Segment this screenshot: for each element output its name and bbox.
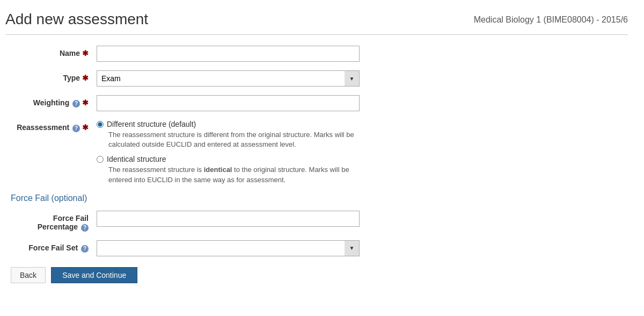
force-fail-set-row: Force Fail Set ?: [11, 240, 628, 256]
name-row: Name ✱: [11, 46, 628, 62]
force-fail-set-select[interactable]: [97, 240, 360, 256]
type-select-wrapper: Exam Coursework Practical: [97, 70, 360, 87]
reassessment-radio-group: Different structure (default) The reasse…: [97, 120, 366, 185]
type-required-star: ✱: [82, 74, 89, 82]
force-fail-set-select-wrapper: [97, 240, 360, 256]
force-fail-percentage-input[interactable]: [97, 211, 360, 227]
reassessment-different-label[interactable]: Different structure (default): [97, 120, 366, 128]
reassessment-identical-label[interactable]: Identical structure: [97, 155, 366, 163]
force-fail-set-help-icon[interactable]: ?: [81, 245, 89, 253]
name-input[interactable]: [97, 46, 360, 62]
page-header: Add new assessment Medical Biology 1 (BI…: [5, 11, 628, 35]
reassessment-identical-description: The reassessment structure is identical …: [108, 165, 366, 184]
reassessment-help-icon[interactable]: ?: [72, 125, 80, 132]
name-required-star: ✱: [82, 49, 89, 58]
force-fail-percentage-row: Force Fail Percentage ?: [11, 211, 628, 232]
type-row: Type ✱ Exam Coursework Practical: [11, 70, 628, 87]
force-fail-section: Force Fail (optional) Force Fail Percent…: [11, 193, 628, 256]
page-title: Add new assessment: [5, 11, 148, 28]
reassessment-option-identical: Identical structure The reassessment str…: [97, 155, 366, 184]
footer-buttons: Back Save and Continue: [11, 267, 628, 283]
form-section: Name ✱ Type ✱ Exam Coursework Practical: [11, 46, 628, 185]
name-label: Name ✱: [11, 46, 97, 58]
reassessment-label: Reassessment ? ✱: [11, 120, 97, 132]
type-select[interactable]: Exam Coursework Practical: [97, 70, 360, 87]
reassessment-required-star: ✱: [82, 123, 89, 132]
reassessment-row: Reassessment ? ✱ Different structure (de…: [11, 120, 628, 185]
reassessment-different-description: The reassessment structure is different …: [108, 130, 366, 149]
weighting-help-icon[interactable]: ?: [72, 100, 80, 107]
weighting-label: Weighting ? ✱: [11, 95, 97, 107]
weighting-row: Weighting ? ✱: [11, 95, 628, 111]
page-container: Add new assessment Medical Biology 1 (BI…: [0, 0, 644, 294]
force-fail-set-label: Force Fail Set ?: [11, 240, 97, 253]
reassessment-option-different: Different structure (default) The reasse…: [97, 120, 366, 149]
reassessment-different-radio[interactable]: [97, 121, 104, 128]
course-title: Medical Biology 1 (BIME08004) - 2015/6: [474, 11, 628, 25]
save-button[interactable]: Save and Continue: [51, 267, 137, 283]
force-fail-percentage-help-icon[interactable]: ?: [81, 224, 89, 232]
reassessment-identical-radio[interactable]: [97, 156, 104, 163]
type-label: Type ✱: [11, 70, 97, 82]
weighting-input[interactable]: [97, 95, 360, 111]
back-button[interactable]: Back: [11, 267, 46, 283]
weighting-required-star: ✱: [82, 98, 89, 107]
force-fail-percentage-label: Force Fail Percentage ?: [11, 211, 97, 232]
force-fail-heading: Force Fail (optional): [11, 193, 628, 203]
